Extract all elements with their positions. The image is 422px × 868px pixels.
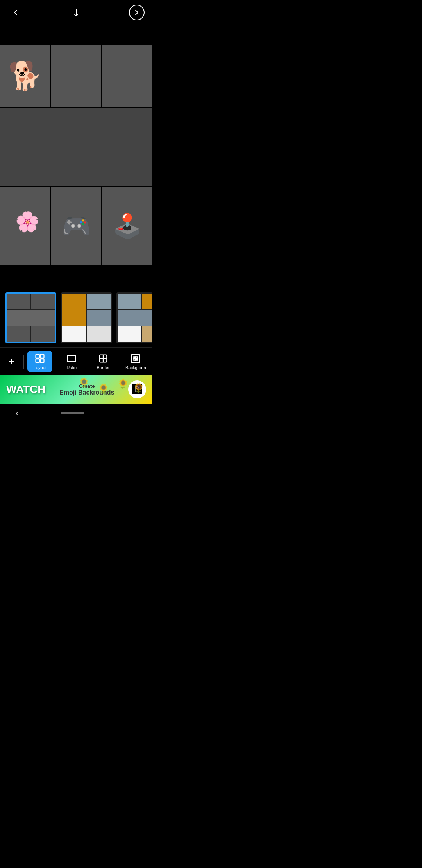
collage-cell-pixels[interactable] [51, 187, 102, 265]
thumb-cell [31, 294, 55, 309]
layout-label: Layout [34, 365, 46, 370]
ad-decoration: 🌻 [98, 383, 109, 394]
bottom-navigation: ‹ [0, 404, 152, 422]
top-spacer [0, 25, 152, 45]
ad-watch-text: WATCH [6, 383, 46, 396]
thumb-cell [87, 294, 111, 309]
thumb-cell [118, 326, 141, 342]
app-header [0, 0, 152, 25]
collage-cell-city-wide[interactable] [0, 108, 152, 186]
svg-rect-5 [68, 355, 76, 362]
thumb-cell [62, 326, 86, 342]
border-icon [98, 353, 109, 364]
thumb-cell [142, 294, 152, 309]
ratio-icon [66, 353, 77, 364]
ad-decoration: 🌻 [78, 377, 90, 388]
thumb-cell [118, 310, 152, 326]
background-label: Backgroun [125, 365, 146, 370]
collage-row-3 [0, 187, 152, 265]
collage-row-1 [0, 45, 152, 107]
tool-buttons: Layout Ratio Border [24, 351, 152, 372]
background-icon [130, 353, 141, 364]
thumb-cell [118, 294, 141, 309]
mid-spacer [0, 265, 152, 289]
collage-cell-flowers[interactable] [0, 187, 50, 265]
collage-canvas [0, 45, 152, 265]
layout-icon [34, 353, 45, 364]
collage-cell-dog[interactable] [0, 45, 50, 107]
ratio-label: Ratio [66, 365, 77, 370]
layout-thumb-1[interactable] [5, 292, 56, 343]
collage-cell-landscape1[interactable] [51, 45, 102, 107]
ad-decoration: 🌻 [117, 378, 129, 389]
layout-thumbnails [0, 289, 152, 347]
border-tool-button[interactable]: Border [91, 351, 116, 372]
add-photo-button[interactable]: + [0, 355, 23, 368]
download-button[interactable] [68, 5, 84, 20]
collage-cell-controller[interactable] [102, 187, 152, 265]
thumb-cell [7, 310, 55, 326]
nav-back-chevron[interactable]: ‹ [16, 409, 18, 418]
thumb-cell [142, 326, 152, 342]
svg-rect-3 [36, 359, 39, 362]
back-button[interactable] [8, 5, 23, 20]
thumb-cell [31, 326, 55, 342]
svg-rect-2 [41, 355, 44, 358]
edit-toolbar: + Layout Ratio [0, 347, 152, 375]
thumb-cell [7, 294, 30, 309]
home-indicator [61, 412, 84, 414]
svg-rect-4 [41, 359, 44, 362]
svg-rect-1 [36, 355, 39, 358]
thumb-cell [62, 294, 86, 326]
thumb-cell [87, 310, 111, 326]
collage-row-2 [0, 108, 152, 186]
svg-rect-14 [136, 357, 138, 359]
border-label: Border [97, 365, 110, 370]
thumb-cell [87, 326, 111, 342]
thumb-cell [7, 326, 30, 342]
ad-decoration: 🌻 [133, 382, 145, 393]
next-button[interactable] [129, 5, 145, 20]
layout-thumb-2[interactable] [61, 292, 112, 343]
layout-thumb-3[interactable] [116, 292, 152, 343]
ad-banner[interactable]: 🌻 🌻 🌻 🌻 WATCH Create Emoji Backrounds 🅿 [0, 375, 152, 404]
collage-cell-city1[interactable] [102, 45, 152, 107]
background-tool-button[interactable]: Backgroun [122, 351, 149, 372]
layout-tool-button[interactable]: Layout [27, 351, 52, 372]
ratio-tool-button[interactable]: Ratio [59, 351, 84, 372]
